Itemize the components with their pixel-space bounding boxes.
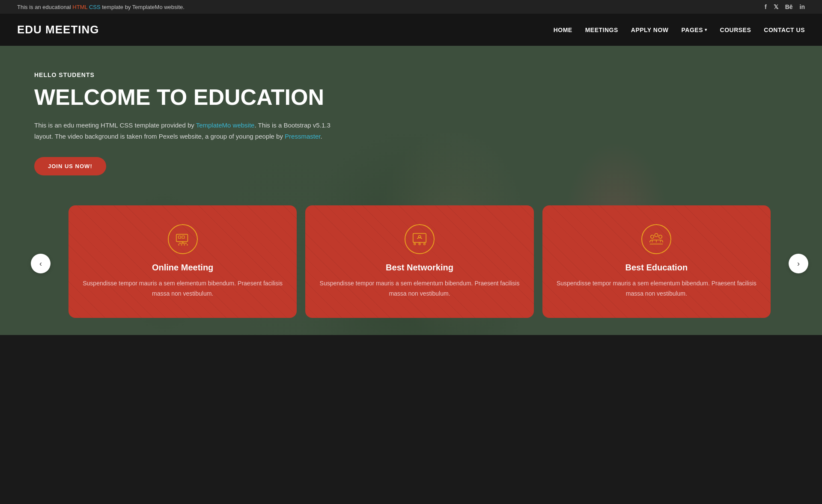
carousel-next-button[interactable]: ›	[789, 254, 808, 273]
top-bar-text: This is an educational HTML CSS template…	[17, 4, 185, 10]
top-bar: This is an educational HTML CSS template…	[0, 0, 822, 14]
card-1-desc: Suspendisse tempor mauris a sem elementu…	[81, 279, 284, 299]
card-best-education: Best Education Suspendisse tempor mauris…	[542, 205, 771, 318]
twitter-icon[interactable]: 𝕏	[774, 3, 778, 10]
card-online-meeting: Online Meeting Suspendisse tempor mauris…	[68, 205, 297, 318]
nav-meetings[interactable]: MEETINGS	[585, 27, 618, 33]
nav-contact[interactable]: CONTACT US	[764, 27, 805, 33]
nav-pages[interactable]: PAGES ▾	[682, 27, 707, 33]
svg-point-12	[419, 243, 420, 245]
svg-point-11	[414, 243, 416, 245]
svg-point-19	[659, 235, 662, 239]
svg-point-3	[178, 244, 179, 246]
svg-rect-8	[182, 236, 185, 239]
svg-point-5	[184, 244, 185, 246]
hero-section: HELLO STUDENTS WELCOME TO EDUCATION This…	[0, 46, 822, 335]
css-highlight: CSS	[89, 4, 101, 10]
header: EDU MEETING HOME MEETINGS APPLY NOW PAGE…	[0, 14, 822, 46]
facebook-icon[interactable]: f	[765, 3, 767, 10]
pressmaster-link[interactable]: Pressmaster	[285, 133, 320, 140]
best-networking-icon	[405, 224, 435, 254]
main-nav: HOME MEETINGS APPLY NOW PAGES ▾ COURSES …	[554, 27, 805, 33]
nav-apply[interactable]: APPLY NOW	[631, 27, 669, 33]
card-1-title: Online Meeting	[81, 263, 284, 273]
best-education-icon	[641, 224, 671, 254]
svg-point-4	[181, 244, 182, 246]
carousel-prev-button[interactable]: ‹	[31, 254, 51, 273]
card-3-title: Best Education	[555, 263, 758, 273]
join-button[interactable]: JOIN US NOW!	[34, 157, 106, 175]
svg-point-18	[655, 234, 658, 237]
online-meeting-icon	[168, 224, 198, 254]
site-logo[interactable]: EDU MEETING	[17, 23, 99, 36]
card-best-networking: Best Networking Suspendisse tempor mauri…	[305, 205, 533, 318]
nav-courses[interactable]: COURSES	[720, 27, 751, 33]
svg-point-17	[651, 235, 654, 239]
card-3-desc: Suspendisse tempor mauris a sem elementu…	[555, 279, 758, 299]
social-icons: f 𝕏 Bē in	[765, 3, 805, 10]
card-2-title: Best Networking	[318, 263, 521, 273]
chevron-down-icon: ▾	[705, 27, 707, 32]
html-highlight: HTML	[72, 4, 87, 10]
svg-point-13	[423, 243, 425, 245]
cards-wrapper: Online Meeting Suspendisse tempor mauris…	[68, 205, 771, 318]
svg-rect-7	[178, 236, 181, 239]
linkedin-icon[interactable]: in	[800, 3, 805, 10]
svg-point-6	[187, 244, 188, 246]
nav-home[interactable]: HOME	[554, 27, 572, 33]
hero-content: HELLO STUDENTS WELCOME TO EDUCATION This…	[34, 71, 334, 175]
carousel-section: ‹	[43, 193, 796, 335]
templatemo-link[interactable]: TemplateMo website	[196, 122, 255, 129]
behance-icon[interactable]: Bē	[785, 3, 793, 10]
card-2-desc: Suspendisse tempor mauris a sem elementu…	[318, 279, 521, 299]
hero-subtitle: HELLO STUDENTS	[34, 71, 334, 78]
hero-description: This is an edu meeting HTML CSS template…	[34, 120, 334, 142]
hero-title: WELCOME TO EDUCATION	[34, 85, 334, 110]
